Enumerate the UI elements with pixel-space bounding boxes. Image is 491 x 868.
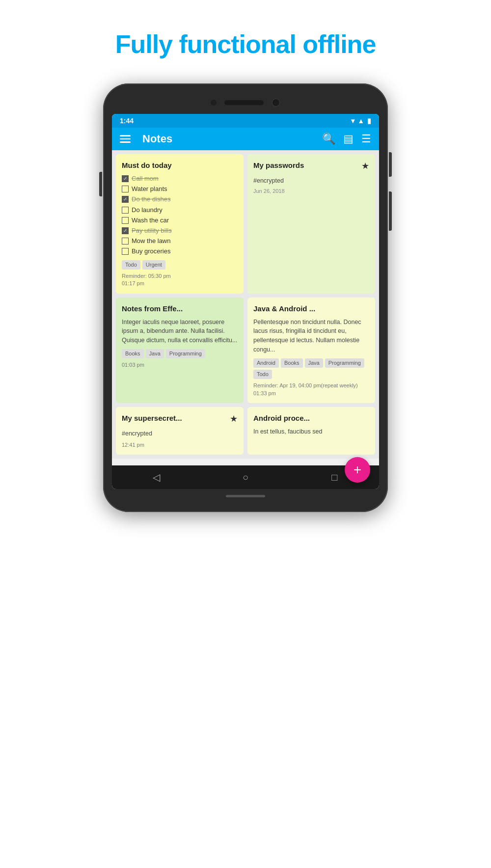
note-meta-supersecret: 12:41 pm [122,441,238,449]
app-bar: Notes 🔍 ▤ ☰ [112,128,379,150]
home-button[interactable]: ○ [236,470,255,484]
note-body-java: Pellentesque non tincidunt nulla. Donec … [253,318,369,354]
volume-left-button [99,172,102,196]
note-supersecret[interactable]: My supersecret... ★ #encrypted 12:41 pm [116,407,244,455]
checkbox[interactable] [122,248,129,255]
note-starred-row2: My supersecret... ★ [122,413,238,427]
note-body-supersecret: #encrypted [122,429,238,438]
phone-top-bar [112,98,379,107]
status-time: 1:44 [120,117,134,125]
tag-programming: Programming [166,349,205,358]
checklist-item[interactable]: Water plants [122,185,238,193]
back-button[interactable]: ◁ [147,470,166,484]
checklist-item[interactable]: ✓ Pay utility bills [122,226,238,235]
note-must-do[interactable]: Must do today ✓ Call mom Water plants ✓ … [116,154,244,294]
status-icons: ▾ ▲ ▮ [351,117,371,125]
checklist-item[interactable]: ✓ Call mom [122,174,238,183]
bottom-nav: ◁ ○ □ [112,465,379,489]
note-body-passwords: #encrypted [253,176,369,186]
note-title-effe: Notes from Effe... [122,303,238,314]
recents-button[interactable]: □ [325,470,344,484]
checklist-item[interactable]: Buy groceries [122,247,238,256]
note-meta: Reminder: 05:30 pm01:17 pm [122,272,238,288]
tag-prog2: Programming [325,358,364,368]
note-title-supersecret: My supersecret... [122,413,182,423]
checkbox[interactable]: ✓ [122,227,129,234]
tags-row-java: Android Books Java Programming Todo [253,358,369,380]
phone-bottom-area [112,495,379,497]
tags-row-effe: Books Java Programming [122,349,238,358]
checklist-item[interactable]: ✓ Do the dishes [122,195,238,204]
speaker-slot [224,100,264,105]
tag-android: Android [253,358,279,368]
note-title-must-do: Must do today [122,160,238,170]
checkbox[interactable] [122,207,129,214]
note-effe[interactable]: Notes from Effe... Integer iaculis neque… [116,298,244,404]
tag-todo2: Todo [253,370,272,379]
checkbox[interactable]: ✓ [122,196,129,203]
phone-shell: 1:44 ▾ ▲ ▮ Notes 🔍 ▤ ☰ Must do today ✓ [103,83,388,512]
tag-books2: Books [281,358,303,368]
checklist-item[interactable]: Mow the lawn [122,237,238,245]
tag-java: Java [146,349,164,358]
page-headline: Fully functional offline [101,29,391,59]
app-bar-title: Notes [142,133,314,145]
tag-urgent: Urgent [142,260,165,270]
fab-add-button[interactable]: + [345,457,370,483]
tag-todo: Todo [122,260,140,270]
hamburger-menu-button[interactable] [120,135,131,143]
note-date-passwords: Jun 26, 2018 [253,188,369,195]
checkbox[interactable]: ✓ [122,175,129,182]
notes-grid: Must do today ✓ Call mom Water plants ✓ … [112,150,379,459]
checklist-item[interactable]: Wash the car [122,216,238,225]
note-meta-effe: 01:03 pm [122,361,238,369]
note-title-passwords: My passwords [253,160,304,170]
wifi-icon: ▾ [351,117,355,125]
note-body-android: In est tellus, faucibus sed [253,427,369,436]
note-android-proce[interactable]: Android proce... In est tellus, faucibus… [247,407,375,455]
note-title-android: Android proce... [253,413,369,423]
note-meta-java: Reminder: Apr 19, 04:00 pm(repeat weekly… [253,382,369,397]
volume-button [389,191,392,231]
note-passwords[interactable]: My passwords ★ #encrypted Jun 26, 2018 [247,154,375,294]
note-title-java: Java & Android ... [253,303,369,314]
sort-button[interactable]: ☰ [361,133,371,145]
checkbox[interactable] [122,186,129,192]
battery-icon: ▮ [367,117,371,125]
signal-icon: ▲ [357,117,364,125]
checkbox[interactable] [122,238,129,244]
home-bar [226,495,265,497]
checklist-item[interactable]: Do laundry [122,206,238,215]
checkbox[interactable] [122,217,129,224]
camera-dot [272,98,280,107]
phone-screen: 1:44 ▾ ▲ ▮ Notes 🔍 ▤ ☰ Must do today ✓ [112,114,379,489]
note-starred-row: My passwords ★ [253,160,369,174]
tags-row: Todo Urgent [122,260,238,270]
view-toggle-button[interactable]: ▤ [343,133,354,145]
status-bar: 1:44 ▾ ▲ ▮ [112,114,379,128]
star-icon2[interactable]: ★ [230,413,238,425]
search-button[interactable]: 🔍 [322,133,335,145]
star-icon[interactable]: ★ [361,160,369,172]
tag-java2: Java [305,358,323,368]
tag-books: Books [122,349,144,358]
note-java-android[interactable]: Java & Android ... Pellentesque non tinc… [247,298,375,404]
note-body-effe: Integer iaculis neque laoreet, posuere i… [122,318,238,345]
power-button [389,152,392,177]
front-sensor [211,100,217,106]
